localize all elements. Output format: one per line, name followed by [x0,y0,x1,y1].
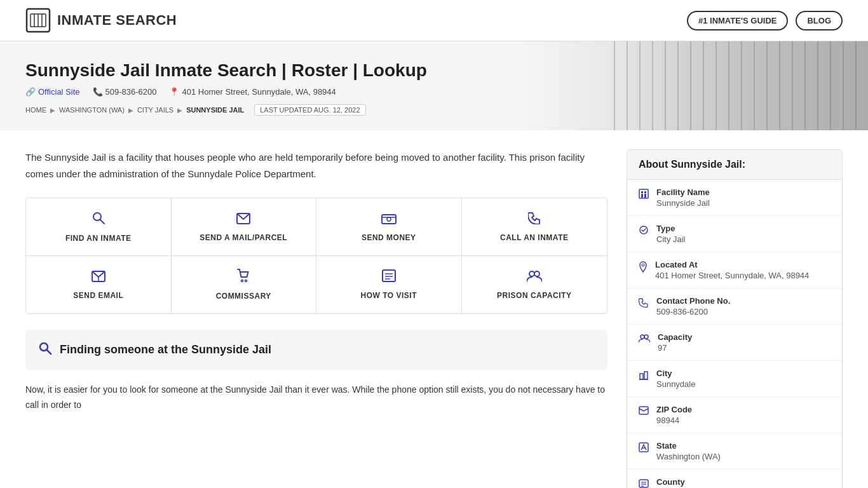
sidebar-county: County [627,470,842,488]
svg-point-29 [642,264,644,266]
facility-description: The Sunnyside Jail is a facility that ho… [25,149,607,182]
site-header: INMATE SEARCH #1 INMATE'S GUIDE BLOG [0,0,868,41]
action-send-money[interactable]: SEND MONEY [316,198,462,255]
sidebar-type: Type City Jail [627,216,842,252]
svg-point-30 [641,335,644,339]
send-email-icon [92,269,105,286]
svg-point-5 [93,213,101,220]
send-mail-label: SEND A MAIL/PARCEL [200,233,287,242]
sidebar-type-content: Type City Jail [656,224,686,244]
svg-rect-24 [641,194,643,198]
svg-rect-15 [383,270,395,281]
action-row-2: SEND EMAIL COMMISSARY [26,256,607,313]
call-inmate-label: CALL AN INMATE [500,233,568,242]
sidebar-state-content: State Washington (WA) [656,441,721,461]
breadcrumb-sep2: ▶ [128,107,133,114]
hero-section: Sunnyside Jail Inmate Search | Roster | … [0,41,868,130]
action-grid: FIND AN INMATE SEND A MAIL/PARCEL [25,198,607,314]
action-prison-capacity[interactable]: PRISON CAPACITY [462,256,607,313]
left-content: The Sunnyside Jail is a facility that ho… [25,149,607,488]
how-to-visit-label: HOW TO VISIT [361,291,417,300]
sidebar-city-content: City Sunnydale [656,369,695,389]
sidebar-capacity-content: Capacity 97 [658,332,692,353]
commissary-icon [237,269,250,287]
zip-label: ZIP Code [656,405,692,414]
sidebar-phone: Contact Phone No. 509-836-6200 [627,288,842,325]
site-title: INMATE SEARCH [57,12,177,29]
type-label: Type [656,224,686,233]
city-label: City [656,369,695,378]
svg-point-14 [245,280,247,282]
sidebar-location-content: Located At 401 Homer Street, Sunnydale, … [655,260,809,280]
call-inmate-icon [528,212,541,228]
breadcrumb-current: SUNNYSIDE JAIL [186,106,244,114]
facility-name-label: Facility Name [656,187,710,197]
svg-rect-35 [639,407,648,414]
facility-icon [639,189,649,201]
sidebar-card: About Sunnyside Jail: Facility Name Sunn… [627,149,843,488]
last-updated: LAST UPDATED AUG. 12, 2022 [254,104,365,116]
sidebar-facility-name: Facility Name Sunnyside Jail [627,180,842,216]
phone-value: 509-836-6200 [656,307,730,316]
sidebar-capacity: Capacity 97 [627,325,842,361]
breadcrumb-state[interactable]: WASHINGTON (WA) [59,106,125,114]
svg-line-6 [100,220,104,224]
breadcrumb-sep3: ▶ [177,107,182,114]
send-mail-icon [236,212,250,228]
sidebar-phone-content: Contact Phone No. 509-836-6200 [656,296,730,316]
address-info: 📍 401 Homer Street, Sunnydale, WA, 98944 [169,87,336,97]
breadcrumb: HOME ▶ WASHINGTON (WA) ▶ CITY JAILS ▶ SU… [25,104,843,116]
sidebar-facility-content: Facility Name Sunnyside Jail [656,187,710,208]
finding-heading: Finding someone at the Sunnyside Jail [60,343,271,356]
svg-rect-26 [641,191,643,193]
breadcrumb-home[interactable]: HOME [25,106,46,114]
blog-button[interactable]: BLOG [796,11,843,30]
send-email-label: SEND EMAIL [73,291,123,300]
facility-name-value: Sunnyside Jail [656,198,710,208]
type-icon [639,225,649,238]
action-how-to-visit[interactable]: HOW TO VISIT [316,256,462,313]
find-inmate-icon [92,211,105,229]
action-send-mail[interactable]: SEND A MAIL/PARCEL [172,198,317,255]
sidebar-located-at: Located At 401 Homer Street, Sunnydale, … [627,252,842,288]
breadcrumb-sep1: ▶ [50,107,55,114]
svg-rect-32 [640,374,643,379]
action-commissary[interactable]: COMMISSARY [172,256,317,313]
city-value: Sunnydale [656,379,695,389]
prison-capacity-label: PRISON CAPACITY [497,291,571,300]
located-at-value: 401 Homer Street, Sunnydale, WA, 98944 [655,271,809,280]
hero-bg-image [614,41,868,130]
svg-rect-27 [644,191,646,193]
hero-meta: 🔗 Official Site 📞 509-836-6200 📍 401 Hom… [25,87,843,97]
capacity-label: Capacity [658,332,692,342]
link-icon: 🔗 [25,87,36,97]
breadcrumb-city-jails[interactable]: CITY JAILS [137,106,173,114]
zip-icon [639,406,649,417]
right-sidebar: About Sunnyside Jail: Facility Name Sunn… [627,149,843,488]
guide-button[interactable]: #1 INMATE'S GUIDE [687,11,788,30]
finding-box: Finding someone at the Sunnyside Jail [25,330,607,370]
state-icon [639,442,649,455]
phone-icon: 📞 [93,87,103,97]
official-site-link[interactable]: 🔗 Official Site [25,87,80,97]
type-value: City Jail [656,234,686,244]
finding-search-icon [38,341,52,358]
action-call-inmate[interactable]: CALL AN INMATE [462,198,607,255]
zip-value: 98944 [656,416,692,425]
action-find-inmate[interactable]: FIND AN INMATE [26,198,172,255]
logo-icon [25,8,51,33]
svg-point-31 [644,335,648,339]
capacity-icon [639,334,650,345]
official-site-anchor[interactable]: Official Site [38,87,80,97]
county-label: County [656,477,685,487]
send-money-label: SEND MONEY [362,233,416,242]
action-row-1: FIND AN INMATE SEND A MAIL/PARCEL [26,198,607,256]
svg-rect-25 [644,194,646,198]
state-label: State [656,441,721,451]
action-send-email[interactable]: SEND EMAIL [26,256,172,313]
svg-rect-8 [382,215,396,224]
svg-point-13 [241,280,243,282]
location-icon [639,261,648,275]
page-title: Sunnyside Jail Inmate Search | Roster | … [25,60,843,81]
sidebar-county-content: County [656,477,685,488]
